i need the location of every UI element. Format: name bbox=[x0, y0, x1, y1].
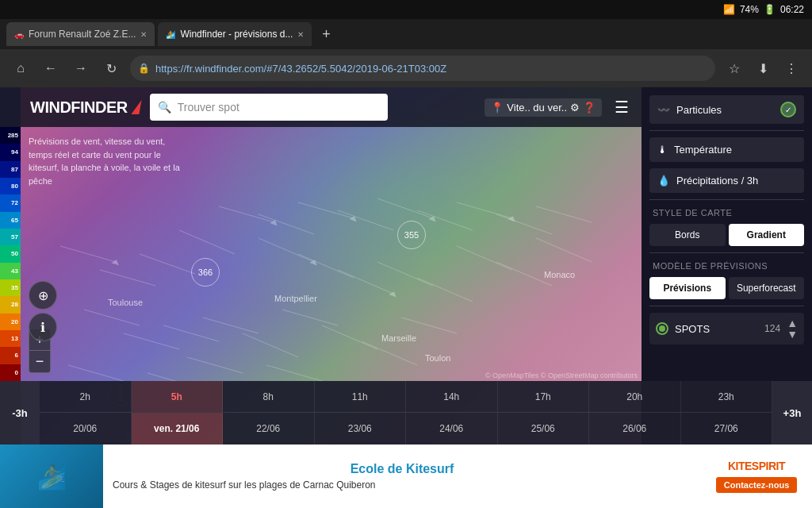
browser-chrome: 🚗 Forum Renault Zoé Z.E... ✕ 🏄 Windfinde… bbox=[0, 19, 812, 87]
ad-brand-logo: KITESPIRIT bbox=[728, 460, 785, 472]
spots-radio[interactable] bbox=[656, 322, 668, 335]
svg-line-17 bbox=[282, 310, 338, 325]
svg-line-35 bbox=[496, 214, 552, 234]
timeline-hour-5[interactable]: 5h bbox=[132, 381, 224, 412]
tab-1-favicon: 🚗 bbox=[14, 30, 24, 39]
divider-3 bbox=[649, 252, 804, 253]
address-bar-row: ⌂ ← → ↻ 🔒 ☆ ⬇ ⋮ bbox=[0, 49, 812, 87]
timeline-hours-row: 2h 5h 8h 11h 14h 17h 20h 23h bbox=[40, 381, 772, 413]
map-info-text: Prévisions de vent, vitesse du vent, tem… bbox=[29, 135, 187, 187]
divider-4 bbox=[649, 306, 804, 306]
svg-line-10 bbox=[496, 262, 552, 286]
svg-line-9 bbox=[457, 246, 512, 270]
timeline-hour-2[interactable]: 2h bbox=[40, 381, 132, 412]
compass-button[interactable]: ⊕ bbox=[29, 281, 57, 310]
svg-line-2 bbox=[140, 254, 195, 274]
scale-band-28: 28 bbox=[0, 296, 21, 313]
model-btn-group: Prévisions Superforecast bbox=[649, 277, 804, 299]
timeline-date-2206[interactable]: 22/06 bbox=[223, 413, 315, 444]
timeline-date-2006[interactable]: 20/06 bbox=[40, 413, 132, 444]
temperature-button[interactable]: 🌡 Température bbox=[649, 137, 804, 162]
particles-button[interactable]: 〰️ Particules ✓ bbox=[649, 95, 804, 124]
info-button[interactable]: ℹ bbox=[29, 313, 57, 341]
style-gradient-button[interactable]: Gradient bbox=[729, 224, 805, 246]
logo-triangle bbox=[131, 100, 141, 114]
scale-band-0: 0 bbox=[0, 364, 21, 381]
timeline-date-2106[interactable]: ven. 21/06 bbox=[132, 413, 224, 444]
timeline-date-2706[interactable]: 27/06 bbox=[681, 413, 773, 444]
windfinder-logo: WINDFINDER bbox=[30, 98, 140, 117]
svg-line-19 bbox=[362, 341, 417, 365]
svg-line-6 bbox=[338, 270, 393, 294]
timeline-hour-11[interactable]: 11h bbox=[315, 381, 407, 412]
timeline-date-2406[interactable]: 24/06 bbox=[406, 413, 498, 444]
svg-line-13 bbox=[124, 333, 179, 349]
tab-1[interactable]: 🚗 Forum Renault Zoé Z.E... ✕ bbox=[6, 22, 155, 46]
timeline-prev-button[interactable]: -3h bbox=[0, 381, 40, 444]
zoom-out-button[interactable]: − bbox=[29, 351, 51, 373]
tab-1-label: Forum Renault Zoé Z.E... bbox=[29, 29, 136, 40]
map-circle-366[interactable]: 366 bbox=[191, 258, 220, 287]
scale-band-87: 87 bbox=[0, 161, 21, 178]
scale-band-13: 13 bbox=[0, 330, 21, 347]
help-icon: ❓ bbox=[583, 102, 596, 114]
timeline-hour-14[interactable]: 14h bbox=[406, 381, 498, 412]
spots-label: SPOTS bbox=[675, 323, 758, 335]
ad-title: Ecole de Kitesurf bbox=[113, 462, 691, 476]
spots-radio-dot bbox=[659, 325, 665, 332]
wind-speed-icon: 📍 bbox=[491, 102, 504, 114]
status-bar: 📶 74% 🔋 06:22 bbox=[0, 0, 812, 19]
svg-line-20 bbox=[401, 318, 457, 333]
tab-2[interactable]: 🏄 Windfinder - prévisions d... ✕ bbox=[158, 22, 312, 46]
info-button-wrap: ℹ bbox=[29, 313, 57, 341]
svg-line-33 bbox=[417, 210, 473, 230]
particles-toggle[interactable]: ✓ bbox=[780, 102, 796, 117]
clock: 06:22 bbox=[780, 4, 804, 15]
scale-band-50: 50 bbox=[0, 245, 21, 262]
timeline-content: 2h 5h 8h 11h 14h 17h 20h 23h 20/06 ven. … bbox=[40, 381, 772, 444]
divider-2 bbox=[649, 199, 804, 200]
style-carte-title: STYLE DE CARTE bbox=[649, 206, 804, 219]
reload-button[interactable]: ↻ bbox=[100, 57, 122, 79]
tab-2-close[interactable]: ✕ bbox=[297, 30, 304, 39]
search-bar[interactable]: 🔍 Trouver spot bbox=[150, 94, 388, 121]
app-menu-button[interactable]: ☰ bbox=[611, 94, 632, 120]
timeline-next-button[interactable]: +3h bbox=[772, 381, 812, 444]
timeline-hour-17[interactable]: 17h bbox=[498, 381, 590, 412]
browser-menu-button[interactable]: ⋮ bbox=[780, 57, 802, 79]
map-circle-355[interactable]: 355 bbox=[397, 221, 426, 249]
forward-button[interactable]: → bbox=[70, 57, 92, 79]
compass-button-wrap: ⊕ bbox=[29, 281, 57, 310]
scale-band-35: 35 bbox=[0, 279, 21, 296]
ad-cta-button[interactable]: Contactez-nous bbox=[716, 477, 798, 493]
wind-speed-button[interactable]: 📍 Vite.. du ver.. ⚙ ❓ bbox=[485, 98, 602, 117]
download-button[interactable]: ⬇ bbox=[752, 57, 774, 79]
timeline-hour-8[interactable]: 8h bbox=[223, 381, 315, 412]
precipitations-button[interactable]: 💧 Précipitations / 3h bbox=[649, 168, 804, 193]
svg-line-36 bbox=[536, 206, 592, 222]
back-button[interactable]: ← bbox=[40, 57, 62, 79]
map-attribution: © OpenMapTiles © OpenStreetMap contribut… bbox=[485, 371, 638, 379]
precipitations-label: Précipitations / 3h bbox=[676, 175, 758, 187]
home-button[interactable]: ⌂ bbox=[10, 57, 32, 79]
scale-band-43: 43 bbox=[0, 263, 21, 279]
style-bords-button[interactable]: Bords bbox=[649, 224, 726, 246]
spots-row[interactable]: SPOTS 124 ▲ ▼ bbox=[649, 313, 804, 344]
model-superforecast-button[interactable]: Superforecast bbox=[729, 277, 805, 299]
svg-line-21 bbox=[68, 365, 124, 381]
address-input[interactable] bbox=[130, 56, 715, 81]
timeline-date-2606[interactable]: 26/06 bbox=[589, 413, 681, 444]
style-carte-section: STYLE DE CARTE Bords Gradient bbox=[649, 206, 804, 246]
new-tab-button[interactable]: + bbox=[315, 23, 337, 45]
model-previsions-button[interactable]: Prévisions bbox=[649, 277, 726, 299]
timeline-date-2306[interactable]: 23/06 bbox=[315, 413, 407, 444]
divider-1 bbox=[649, 130, 804, 131]
bookmark-button[interactable]: ☆ bbox=[723, 57, 745, 79]
svg-line-7 bbox=[377, 262, 433, 286]
ad-image: 🏄 bbox=[0, 444, 103, 508]
tab-1-close[interactable]: ✕ bbox=[140, 30, 147, 39]
timeline-date-2506[interactable]: 25/06 bbox=[498, 413, 590, 444]
timeline-hour-23[interactable]: 23h bbox=[681, 381, 773, 412]
lock-icon: 🔒 bbox=[138, 63, 150, 74]
timeline-hour-20[interactable]: 20h bbox=[589, 381, 681, 412]
